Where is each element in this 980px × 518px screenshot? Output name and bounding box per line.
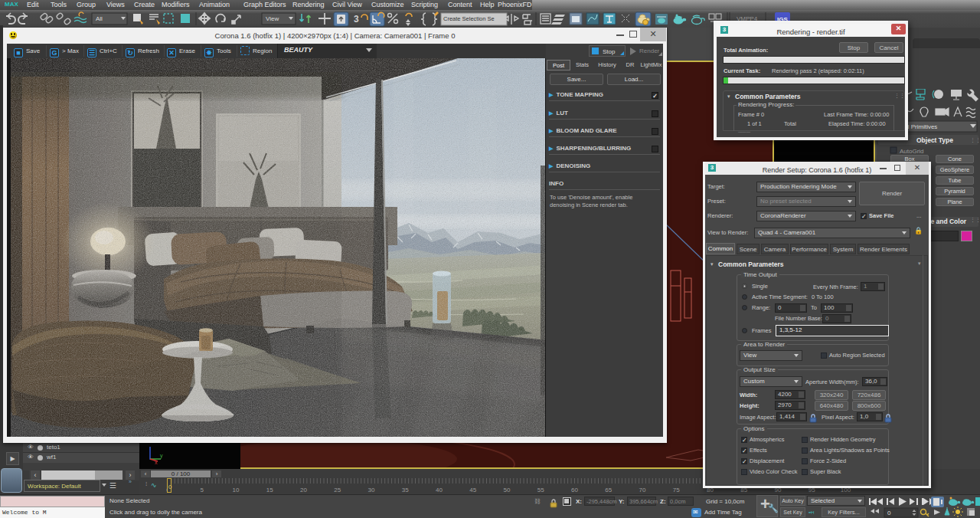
svg-text:10: 10	[233, 487, 240, 493]
svg-text:All: All	[96, 15, 103, 22]
svg-text:60: 60	[571, 487, 578, 493]
svg-text:50: 50	[504, 487, 511, 493]
svg-text:0: 0	[887, 510, 891, 516]
svg-text:25: 25	[334, 487, 341, 493]
svg-text:AutoGrid: AutoGrid	[900, 148, 924, 155]
svg-text:View: View	[266, 15, 279, 22]
svg-text:Create Selection Se: Create Selection Se	[443, 15, 495, 22]
svg-text:15: 15	[266, 487, 273, 493]
svg-text:5: 5	[201, 487, 204, 493]
svg-text:75: 75	[673, 487, 680, 493]
svg-text:55: 55	[537, 487, 544, 493]
svg-text:40: 40	[436, 487, 443, 493]
svg-text:y: y	[160, 453, 163, 459]
svg-text:35: 35	[402, 487, 409, 493]
svg-text:70: 70	[639, 487, 646, 493]
svg-text:Object Type: Object Type	[916, 136, 953, 144]
svg-text:3: 3	[354, 14, 359, 25]
svg-text:20: 20	[300, 487, 307, 493]
svg-text:45: 45	[469, 487, 476, 493]
svg-text:30: 30	[368, 487, 375, 493]
svg-text:⋮⋮: ⋮⋮	[970, 137, 980, 143]
svg-text:65: 65	[605, 487, 612, 493]
svg-text:x: x	[155, 460, 158, 465]
